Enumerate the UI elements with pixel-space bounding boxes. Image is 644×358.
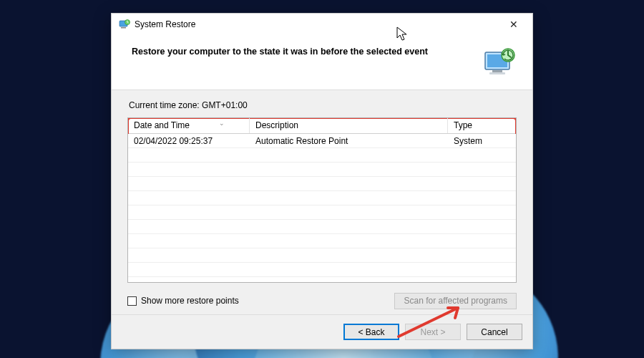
cell-description: Automatic Restore Point xyxy=(250,134,448,148)
table-row[interactable]: 02/04/2022 09:25:37 Automatic Restore Po… xyxy=(128,134,516,148)
cell-type: System xyxy=(448,134,516,148)
restore-monitor-icon xyxy=(482,47,517,77)
table-body: 02/04/2022 09:25:37 Automatic Restore Po… xyxy=(128,134,516,282)
timezone-label: Current time zone: GMT+01:00 xyxy=(129,100,517,110)
system-restore-icon xyxy=(119,19,130,30)
table-header: Date and Time ⌄ Description Type xyxy=(128,118,516,134)
cancel-button[interactable]: Cancel xyxy=(467,324,522,340)
close-icon: ✕ xyxy=(509,19,518,30)
column-header-description[interactable]: Description xyxy=(250,118,448,133)
column-header-type[interactable]: Type xyxy=(448,118,516,133)
system-restore-window: System Restore ✕ Restore your computer t… xyxy=(111,13,533,349)
show-more-label: Show more restore points xyxy=(141,296,239,306)
svg-rect-5 xyxy=(492,70,502,72)
titlebar: System Restore ✕ xyxy=(112,14,532,35)
restore-points-table[interactable]: Date and Time ⌄ Description Type 02/04/2… xyxy=(127,117,517,283)
wizard-heading: Restore your computer to the state it wa… xyxy=(132,47,482,57)
sort-desc-icon: ⌄ xyxy=(219,120,225,127)
table-footer-row: Show more restore points Scan for affect… xyxy=(127,291,517,310)
cell-datetime: 02/04/2022 09:25:37 xyxy=(128,134,250,148)
window-title: System Restore xyxy=(135,19,195,29)
svg-rect-1 xyxy=(121,27,126,29)
column-header-label: Date and Time xyxy=(134,120,190,130)
svg-rect-6 xyxy=(489,72,505,74)
checkbox-box xyxy=(127,296,137,306)
scan-affected-button: Scan for affected programs xyxy=(394,293,517,309)
wizard-footer: < Back Next > Cancel xyxy=(112,314,532,349)
wizard-header: Restore your computer to the state it wa… xyxy=(112,35,532,90)
wizard-content: Current time zone: GMT+01:00 Date and Ti… xyxy=(112,90,532,314)
desktop-background: System Restore ✕ Restore your computer t… xyxy=(0,0,644,358)
next-button[interactable]: Next > xyxy=(405,324,461,340)
back-button[interactable]: < Back xyxy=(343,324,399,340)
close-button[interactable]: ✕ xyxy=(498,14,530,34)
column-header-datetime[interactable]: Date and Time ⌄ xyxy=(128,118,250,133)
show-more-checkbox[interactable]: Show more restore points xyxy=(127,296,239,306)
